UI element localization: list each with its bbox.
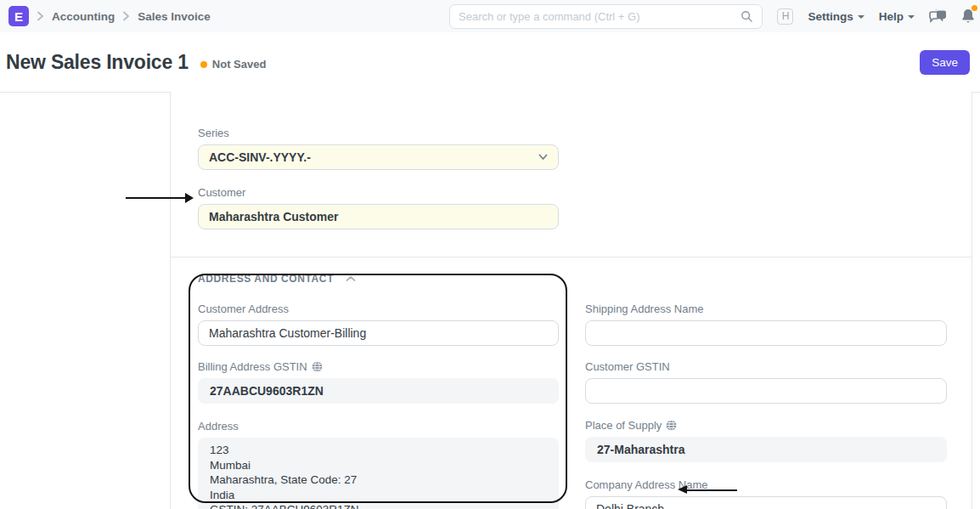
app-window: E Accounting Sales Invoice H Settings He… (0, 0, 980, 509)
series-value: ACC-SINV-.YYYY.- (209, 150, 311, 164)
place-of-supply-label-text: Place of Supply (585, 419, 662, 432)
status-badge: Not Saved (200, 58, 267, 71)
address-value: 123 Mumbai Maharashtra, State Code: 27 I… (198, 438, 559, 509)
address-contact-section-toggle[interactable]: ADDRESS AND CONTACT (198, 273, 945, 285)
customer-address-label: Customer Address (198, 303, 559, 315)
global-search[interactable] (449, 4, 763, 29)
settings-label: Settings (808, 10, 853, 23)
address-contact-section-title: ADDRESS AND CONTACT (198, 273, 334, 285)
shipping-address-name-field-group: Shipping Address Name (585, 303, 947, 346)
chevron-down-icon (858, 15, 865, 19)
breadcrumb-sales-invoice[interactable]: Sales Invoice (138, 10, 211, 23)
section-divider (171, 257, 972, 257)
customer-gstin-field-group: Customer GSTIN (585, 360, 947, 404)
globe-icon (666, 420, 677, 431)
navbar: E Accounting Sales Invoice H Settings He… (0, 0, 980, 32)
billing-gstin-label: Billing Address GSTIN (198, 360, 559, 373)
chevron-up-icon[interactable] (346, 275, 356, 282)
customer-label: Customer (198, 186, 559, 199)
help-menu[interactable]: Help (879, 10, 915, 23)
billing-gstin-field-group: Billing Address GSTIN 27AABCU9603R1ZN (198, 360, 559, 404)
company-address-name-field-group: Company Address Name (585, 478, 947, 509)
chevron-right-icon (37, 11, 44, 21)
user-avatar[interactable]: H (777, 8, 793, 25)
page-title: New Sales Invoice 1 (6, 51, 189, 74)
search-input[interactable] (459, 10, 741, 23)
chat-icon[interactable] (929, 9, 947, 24)
chevron-down-icon (538, 154, 548, 161)
chevron-down-icon (908, 15, 915, 19)
status-text: Not Saved (212, 58, 267, 71)
address-field-group: Address 123 Mumbai Maharashtra, State Co… (198, 420, 559, 509)
address-right-column: Shipping Address Name Customer GSTIN Pla… (585, 303, 947, 509)
customer-gstin-input[interactable] (585, 378, 947, 404)
page-header: New Sales Invoice 1 Not Saved Save (0, 32, 980, 92)
customer-gstin-label: Customer GSTIN (585, 360, 947, 373)
customer-input[interactable] (198, 204, 559, 229)
search-icon (741, 10, 753, 23)
shipping-address-name-label: Shipping Address Name (585, 303, 947, 315)
customer-field-group: Customer (198, 186, 559, 229)
notification-dot (972, 5, 977, 11)
help-label: Help (879, 10, 904, 23)
app-logo[interactable]: E (8, 6, 29, 26)
notifications-bell-icon[interactable] (961, 8, 975, 24)
customer-address-input[interactable] (198, 320, 559, 346)
series-field-group: Series ACC-SINV-.YYYY.- (198, 127, 559, 170)
save-button[interactable]: Save (920, 50, 970, 75)
settings-menu[interactable]: Settings (808, 10, 864, 23)
shipping-address-name-input[interactable] (585, 320, 947, 346)
billing-gstin-value: 27AABCU9603R1ZN (198, 378, 559, 404)
status-dot-icon (200, 61, 207, 68)
section-naming: Series ACC-SINV-.YYYY.- Customer (198, 92, 559, 229)
address-label: Address (198, 420, 559, 433)
place-of-supply-field-group: Place of Supply 27-Maharashtra (585, 419, 947, 462)
series-select[interactable]: ACC-SINV-.YYYY.- (198, 144, 559, 170)
globe-icon (312, 361, 323, 372)
form-card: Series ACC-SINV-.YYYY.- Customer ADDRES (170, 92, 972, 509)
customer-address-field-group: Customer Address (198, 303, 559, 346)
navbar-right-cluster: H Settings Help (777, 0, 975, 32)
place-of-supply-label: Place of Supply (585, 419, 947, 432)
place-of-supply-value: 27-Maharashtra (585, 437, 947, 462)
breadcrumb-accounting[interactable]: Accounting (52, 10, 115, 23)
company-address-name-label: Company Address Name (585, 478, 947, 491)
address-contact-columns: Customer Address Billing Address GSTIN 2… (198, 303, 945, 509)
chevron-right-icon (122, 11, 130, 21)
company-address-name-input[interactable] (585, 496, 947, 509)
billing-gstin-label-text: Billing Address GSTIN (198, 360, 307, 373)
address-left-column: Customer Address Billing Address GSTIN 2… (198, 303, 559, 509)
series-label: Series (198, 127, 559, 139)
